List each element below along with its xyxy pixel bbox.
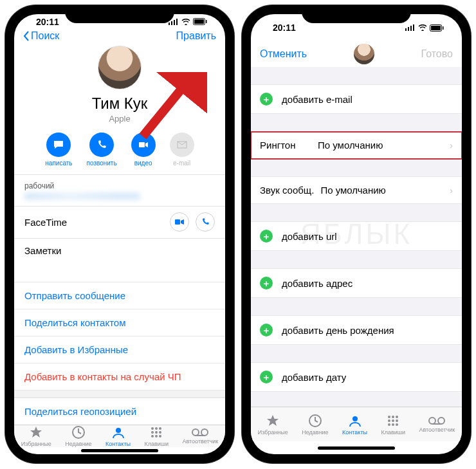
- message-label: написать: [45, 160, 72, 167]
- svg-rect-27: [410, 26, 412, 31]
- svg-point-35: [392, 416, 394, 418]
- svg-rect-31: [443, 26, 444, 30]
- tab-keypad[interactable]: Клавиши: [144, 425, 169, 447]
- chevron-right-icon: ›: [450, 140, 453, 151]
- status-time: 20:11: [273, 23, 296, 33]
- share-contact-link[interactable]: Поделиться контактом: [14, 309, 225, 336]
- texttone-row[interactable]: Звук сообщ. По умолчанию ›: [251, 177, 462, 204]
- mail-button: e-mail: [170, 133, 194, 167]
- add-birthday-row[interactable]: + добавить день рождения: [251, 316, 462, 345]
- add-date-row[interactable]: + добавить дату: [251, 363, 462, 392]
- svg-point-43: [429, 418, 435, 424]
- svg-point-37: [388, 419, 390, 422]
- svg-rect-8: [139, 142, 145, 147]
- phone-right: ЯБЛЫК 20:11 Отменить Готово + добавить e…: [242, 5, 471, 463]
- notch: [302, 5, 411, 23]
- plus-icon: +: [260, 371, 273, 383]
- svg-rect-6: [206, 20, 207, 23]
- svg-point-13: [151, 427, 154, 430]
- done-button[interactable]: Готово: [421, 48, 453, 60]
- chevron-left-icon: [23, 31, 30, 41]
- avatar[interactable]: [98, 46, 142, 89]
- svg-rect-5: [194, 19, 204, 24]
- add-favorites-link[interactable]: Добавить в Избранные: [14, 336, 225, 363]
- add-url-row[interactable]: + добавить url: [251, 222, 462, 251]
- ringtone-key: Рингтон: [260, 140, 311, 151]
- facetime-label: FaceTime: [24, 217, 67, 228]
- svg-point-33: [352, 416, 358, 421]
- notes-row[interactable]: Заметки: [14, 239, 225, 282]
- svg-point-44: [438, 418, 444, 424]
- message-icon: [53, 139, 64, 151]
- svg-point-14: [155, 427, 158, 430]
- svg-point-40: [388, 423, 390, 426]
- phone-icon: [96, 139, 107, 151]
- svg-point-21: [159, 435, 161, 437]
- keypad-icon: [149, 425, 163, 439]
- add-address-row[interactable]: + добавить адрес: [251, 269, 462, 298]
- tab-favorites[interactable]: Избранные: [258, 414, 288, 436]
- facetime-audio-button[interactable]: [196, 212, 215, 232]
- back-button[interactable]: Поиск: [23, 30, 59, 42]
- plus-icon: +: [260, 277, 273, 290]
- mail-icon: [176, 139, 188, 151]
- contact-name: Тим Кук: [92, 95, 148, 113]
- add-address-label: добавить адрес: [282, 278, 352, 289]
- back-label: Поиск: [31, 30, 59, 42]
- video-icon: [138, 139, 149, 151]
- ringtone-row[interactable]: Рингтон По умолчанию ›: [251, 132, 462, 159]
- contact-header: Тим Кук Apple написать позвонить видео e: [14, 43, 225, 174]
- send-message-link[interactable]: Отправить сообщение: [14, 282, 225, 309]
- add-email-label: добавить e-mail: [282, 94, 352, 105]
- screen-left: 20:11 Поиск Править Тим Кук Apple: [14, 14, 225, 454]
- home-indicator: [251, 441, 462, 454]
- svg-point-38: [392, 419, 394, 422]
- mail-label: e-mail: [173, 160, 190, 167]
- plus-icon: +: [260, 324, 273, 336]
- tab-favorites[interactable]: Избранные: [21, 425, 51, 447]
- share-location-link[interactable]: Поделиться геопозицией: [14, 398, 225, 425]
- svg-point-36: [396, 416, 398, 418]
- texttone-value: По умолчанию: [320, 185, 450, 196]
- ringtone-value: По умолчанию: [318, 140, 450, 151]
- call-button[interactable]: позвонить: [87, 133, 117, 167]
- add-url-label: добавить url: [282, 231, 337, 242]
- facetime-video-button[interactable]: [170, 212, 189, 232]
- tab-recents[interactable]: Недавние: [302, 414, 328, 436]
- cancel-button[interactable]: Отменить: [260, 48, 307, 60]
- svg-point-12: [116, 428, 121, 433]
- facetime-row: FaceTime: [14, 206, 225, 238]
- tab-bar: Избранные Недавние Контакты Клавиши Авто…: [251, 407, 462, 441]
- tab-recents[interactable]: Недавние: [65, 425, 91, 447]
- svg-point-18: [159, 431, 161, 434]
- tab-keypad[interactable]: Клавиши: [381, 414, 405, 436]
- svg-point-15: [159, 427, 161, 430]
- wifi-icon: [181, 19, 190, 25]
- tab-voicemail[interactable]: Автоответчик: [419, 416, 455, 433]
- message-button[interactable]: написать: [45, 133, 72, 167]
- status-time: 20:11: [36, 17, 59, 27]
- tab-voicemail[interactable]: Автоответчик: [182, 428, 218, 445]
- nav-bar: Отменить Готово: [251, 41, 462, 67]
- clock-icon: [71, 425, 86, 439]
- edit-button[interactable]: Править: [176, 30, 216, 42]
- svg-point-39: [396, 419, 398, 422]
- svg-rect-26: [408, 27, 409, 31]
- mini-avatar[interactable]: [354, 44, 374, 64]
- add-email-row[interactable]: + добавить e-mail: [251, 85, 462, 114]
- svg-point-22: [192, 429, 199, 436]
- tab-contacts[interactable]: Контакты: [105, 425, 131, 447]
- svg-rect-3: [176, 19, 178, 25]
- svg-point-34: [388, 416, 390, 418]
- status-icons: [169, 18, 207, 25]
- svg-rect-0: [169, 23, 170, 25]
- tab-contacts[interactable]: Контакты: [342, 414, 367, 436]
- plus-icon: +: [260, 230, 273, 243]
- star-icon: [29, 425, 43, 439]
- svg-rect-30: [431, 26, 441, 30]
- svg-rect-10: [175, 219, 180, 225]
- video-button[interactable]: видео: [131, 133, 156, 167]
- svg-rect-1: [171, 21, 172, 25]
- add-date-label: добавить дату: [282, 372, 346, 383]
- emergency-contact-link[interactable]: Добавить в контакты на случай ЧП: [14, 363, 225, 390]
